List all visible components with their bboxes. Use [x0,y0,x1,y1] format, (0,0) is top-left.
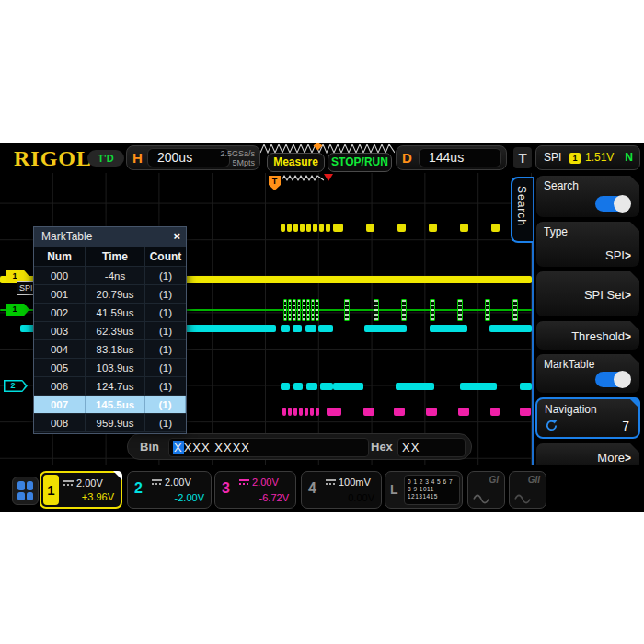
marktable-rows: 000-4ns(1)00120.79us(1)00241.59us(1)0036… [34,267,186,432]
menu-marktable[interactable]: MarkTable [535,353,640,394]
channel-1-box[interactable]: 1 2.00V +3.96V [40,471,122,509]
clk-pulse [306,299,310,321]
marktable-cell: 124.7us [86,377,145,395]
search-mark-row [293,224,298,232]
horizontal-settings[interactable]: H 200us 2.5GSa/s5Mpts [126,145,260,170]
d-label: D [402,150,412,166]
menu-search[interactable]: Search [535,175,640,218]
marktable-cell: (1) [145,359,186,376]
search-mark-row [326,224,330,232]
miso-burst-row [320,383,333,390]
marktable-cell: 003 [34,322,86,339]
ch2-trace [430,325,467,332]
marktable-row[interactable]: 000-4ns(1) [34,267,186,285]
bin-value: XXXX XXXX [168,438,369,457]
sine-wave-icon [473,494,491,504]
h-label: H [132,150,143,166]
channel-4-box[interactable]: 4 100mV 0.00V [301,471,382,509]
rigol-logo: RIGOL [14,146,92,171]
toggle-knob [614,371,631,388]
column-header: Num [34,247,86,266]
search-mark-row [281,224,285,232]
marktable-titlebar[interactable]: MarkTable × [34,227,186,247]
marktable-row[interactable]: 00483.18us(1) [34,340,186,359]
search-mark-row [287,224,292,232]
dc-coupling-icon [326,479,336,485]
clk-pulse [302,299,305,321]
stop-run-button[interactable]: STOP/RUN [328,153,392,172]
marktable-cell: 004 [34,340,86,358]
trigger-settings[interactable]: T SPI 1 1.51V N [512,145,640,170]
menu-label: SPI Set [584,287,625,301]
marktable-cell: 62.39us [86,322,145,339]
channel-offset: +3.96V [82,491,114,502]
chevron-right-icon: > [625,452,631,465]
marktable-cell: (1) [145,267,186,284]
close-icon[interactable]: × [173,229,180,243]
marktable-row[interactable]: 007145.5us(1) [34,396,186,414]
logic-row: 8 9 1011 12131415 [408,486,438,500]
marktable-cell: 20.79us [86,285,145,303]
marktable-cell: (1) [145,285,186,303]
menu-navigation[interactable]: Navigation 7 [535,397,640,439]
selected-corner-icon [628,397,640,409]
tab-search[interactable]: Search [511,177,533,243]
marktable-cell: 103.9us [86,359,145,376]
measure-button[interactable]: Measure [267,153,325,172]
clk-pulse [293,299,296,321]
trigger-position-icon[interactable] [324,174,333,181]
menu-label: Navigation [545,403,597,416]
marker-label: 1 [6,304,24,316]
trigger-flag-icon[interactable]: T [269,176,281,190]
timebase-value[interactable]: 200us [147,148,230,167]
marktable-cell: 005 [34,359,86,376]
marktable-row[interactable]: 00362.39us(1) [34,322,186,340]
channel-scale: 100mV [326,477,371,488]
search-mark-row [366,224,374,232]
trigger-level: 1.51V [585,151,614,164]
menu-spi-set[interactable]: SPI Set> [535,270,640,317]
spi-decode-tag: SPI [17,281,34,295]
channel-scale: 2.00V [63,477,103,489]
menu-type[interactable]: Type SPI> [535,221,640,268]
delay-settings[interactable]: D 144us [396,145,507,170]
channel-number: 1 [43,475,59,505]
navigation-knob-icon [545,419,558,432]
trigger-zigzag-icon [282,174,324,182]
mosi-mark-row [293,408,297,416]
logic-channels-box[interactable]: L 0 1 2 3 4 5 6 78 9 1011 12131415 [385,471,463,509]
marktable-cell: 145.5us [86,396,145,413]
ch2-offset-marker[interactable]: 2 [4,380,28,392]
miso-burst-row [520,383,532,390]
marktable-cell: (1) [145,414,186,431]
clk-channel-marker[interactable]: 1 [6,304,29,316]
menu-threshold[interactable]: Threshold> [535,320,640,351]
marktable-row[interactable]: 008959.9us(1) [34,414,186,432]
generator-label: GI [489,475,499,485]
mosi-mark-row [490,408,500,416]
marktable-row[interactable]: 006124.7us(1) [34,377,186,396]
generator-2-box[interactable]: GII [509,471,546,509]
delay-value[interactable]: 144us [419,148,501,167]
menu-label: More [597,451,625,465]
generator-1-box[interactable]: GI [467,471,505,509]
marktable-cell: (1) [145,340,186,358]
mosi-mark-row [299,408,303,416]
channel-2-box[interactable]: 2 2.00V -2.00V [127,471,212,509]
clk-pulse [316,299,319,321]
menu-grid-icon[interactable] [12,477,39,505]
trigger-info-box[interactable]: SPI 1 1.51V N [535,145,640,170]
hex-label: Hex [371,440,393,454]
search-mark-row [319,224,324,232]
menu-label: MarkTable [544,358,594,371]
marktable-toggle[interactable] [595,372,630,387]
bin-label: Bin [140,440,159,454]
marktable-row[interactable]: 00241.59us(1) [34,304,186,322]
hex-value: XX [397,438,466,457]
miso-burst-row [281,383,290,390]
clk-pulse [401,299,407,321]
channel-3-box[interactable]: 3 2.00V -6.72V [214,471,296,509]
search-toggle[interactable] [595,196,630,212]
marktable-row[interactable]: 00120.79us(1) [34,285,186,304]
marktable-row[interactable]: 005103.9us(1) [34,359,186,377]
